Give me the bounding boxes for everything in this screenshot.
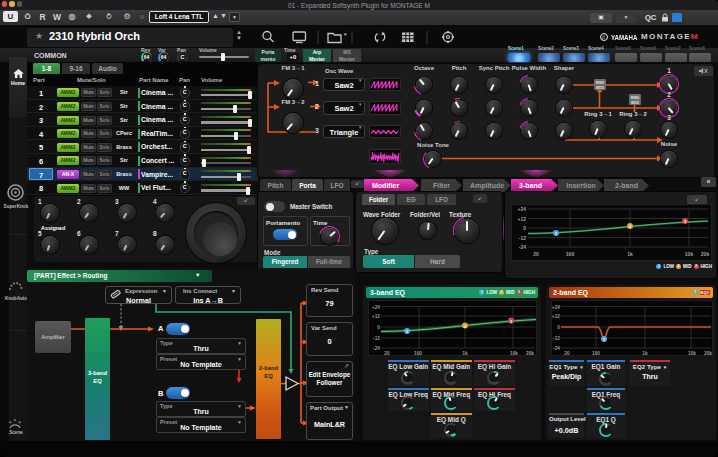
svg-text:RING: RING xyxy=(631,96,640,100)
svg-text:+12: +12 xyxy=(518,216,527,222)
svg-text:+12: +12 xyxy=(372,314,380,319)
svg-text:1k: 1k xyxy=(642,351,648,356)
svg-text:RING: RING xyxy=(596,81,605,85)
svg-text:10k: 10k xyxy=(688,351,696,356)
svg-text:100: 100 xyxy=(414,351,422,356)
svg-text:▼: ▼ xyxy=(343,32,347,37)
svg-text:MOD: MOD xyxy=(631,101,639,105)
svg-text:1k: 1k xyxy=(462,351,468,356)
svg-text:MOD: MOD xyxy=(596,86,604,90)
svg-text:0: 0 xyxy=(557,325,560,330)
svg-text:20k: 20k xyxy=(526,351,534,356)
svg-text:-24: -24 xyxy=(373,346,380,351)
svg-text:20: 20 xyxy=(533,251,539,257)
svg-text:-24: -24 xyxy=(519,244,526,250)
svg-text:20k: 20k xyxy=(701,251,710,257)
svg-text:-12: -12 xyxy=(373,336,380,341)
svg-text:1k: 1k xyxy=(627,251,633,257)
svg-text:100: 100 xyxy=(566,251,575,257)
svg-text:20: 20 xyxy=(564,351,570,356)
svg-text:-12: -12 xyxy=(519,235,526,241)
svg-text:0: 0 xyxy=(377,325,380,330)
svg-text:10k: 10k xyxy=(510,351,518,356)
svg-text:+24: +24 xyxy=(518,206,527,212)
svg-text:20: 20 xyxy=(384,351,390,356)
svg-text:100: 100 xyxy=(592,351,600,356)
svg-text:+12: +12 xyxy=(552,314,560,319)
svg-text:+24: +24 xyxy=(552,305,560,310)
svg-text:0: 0 xyxy=(523,225,526,231)
svg-text:20k: 20k xyxy=(704,351,712,356)
svg-text:-12: -12 xyxy=(553,336,560,341)
svg-text:+24: +24 xyxy=(372,305,380,310)
svg-text:-24: -24 xyxy=(553,346,560,351)
svg-text:10k: 10k xyxy=(685,251,694,257)
